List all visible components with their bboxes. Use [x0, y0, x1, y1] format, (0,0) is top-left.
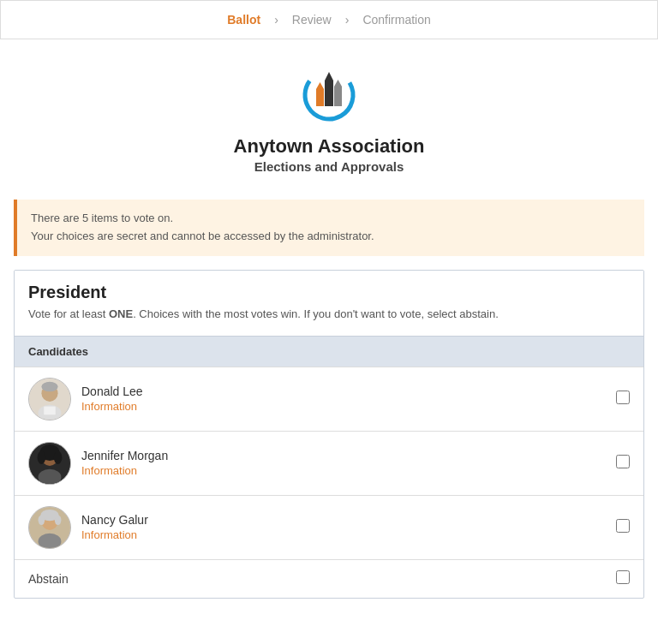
avatar-nancy [28, 506, 71, 549]
svg-point-22 [55, 515, 62, 525]
checkbox-cell-donald [601, 367, 643, 431]
breadcrumb: Ballot › Review › Confirmation [0, 0, 658, 39]
breadcrumb-review-label: Review [278, 9, 345, 30]
vote-checkbox-donald[interactable] [616, 391, 630, 404]
breadcrumb-ballot-label: Ballot [213, 9, 274, 30]
banner-line1: There are 5 items to vote on. [31, 210, 631, 228]
org-logo [299, 65, 359, 125]
banner-line2: Your choices are secret and cannot be ac… [31, 228, 631, 246]
candidate-info-link-jennifer[interactable]: Information [81, 464, 168, 477]
breadcrumb-review[interactable]: Review [278, 9, 345, 30]
section-instruction: Vote for at least ONE. Choices with the … [28, 307, 630, 320]
org-header: Anytown Association Elections and Approv… [0, 39, 658, 188]
abstain-cell: Abstain [15, 559, 601, 598]
vote-checkbox-nancy[interactable] [616, 519, 630, 533]
org-name: Anytown Association [234, 135, 425, 158]
candidate-cell-donald: Donald Lee Information [15, 367, 601, 431]
instruction-bold: ONE [109, 307, 133, 320]
svg-rect-2 [325, 80, 333, 106]
candidate-info-link-donald[interactable]: Information [81, 400, 143, 413]
vote-checkbox-abstain[interactable] [616, 570, 630, 584]
svg-point-16 [54, 450, 63, 463]
svg-rect-10 [44, 406, 55, 414]
svg-point-15 [38, 450, 46, 463]
svg-marker-4 [316, 82, 324, 89]
svg-marker-6 [334, 80, 342, 86]
checkbox-cell-abstain [601, 559, 643, 598]
candidate-cell-nancy: Nancy Galur Information [15, 495, 601, 559]
org-subtitle: Elections and Approvals [254, 159, 404, 174]
instruction-suffix: . Choices with the most votes win. If yo… [133, 307, 499, 320]
section-header: President Vote for at least ONE. Choices… [15, 271, 643, 327]
table-row: Jennifer Morgan Information [15, 431, 643, 495]
checkbox-cell-nancy [601, 495, 643, 559]
candidate-cell-jennifer: Jennifer Morgan Information [15, 431, 601, 495]
candidate-name-donald: Donald Lee [81, 385, 143, 398]
candidate-info-link-nancy[interactable]: Information [81, 528, 148, 541]
svg-marker-5 [325, 72, 333, 80]
candidates-column-header: Candidates [15, 336, 601, 367]
candidate-name-jennifer: Jennifer Morgan [81, 449, 168, 462]
breadcrumb-confirmation-label: Confirmation [349, 9, 444, 30]
vote-column-header [601, 336, 643, 367]
avatar-jennifer [28, 442, 71, 485]
breadcrumb-confirmation[interactable]: Confirmation [349, 9, 444, 30]
candidate-info-donald: Donald Lee Information [81, 385, 143, 413]
svg-point-11 [41, 381, 57, 391]
table-row-abstain: Abstain [15, 559, 643, 598]
table-row: Donald Lee Information [15, 367, 643, 431]
candidate-name-nancy: Nancy Galur [81, 513, 148, 527]
svg-rect-1 [316, 89, 324, 106]
checkbox-cell-jennifer [601, 431, 643, 495]
candidates-table: Candidates [15, 336, 643, 598]
candidate-info-nancy: Nancy Galur Information [81, 513, 148, 541]
section-title: President [28, 283, 630, 302]
table-row: Nancy Galur Information [15, 495, 643, 559]
abstain-label: Abstain [28, 572, 69, 586]
info-banner: There are 5 items to vote on. Your choic… [14, 200, 644, 256]
avatar-donald [28, 378, 71, 420]
svg-point-21 [39, 515, 45, 525]
president-section: President Vote for at least ONE. Choices… [14, 270, 644, 599]
vote-checkbox-jennifer[interactable] [616, 455, 630, 468]
breadcrumb-ballot[interactable]: Ballot [213, 9, 274, 30]
svg-rect-3 [334, 86, 342, 106]
candidate-info-jennifer: Jennifer Morgan Information [81, 449, 168, 477]
instruction-prefix: Vote for at least [28, 307, 109, 320]
